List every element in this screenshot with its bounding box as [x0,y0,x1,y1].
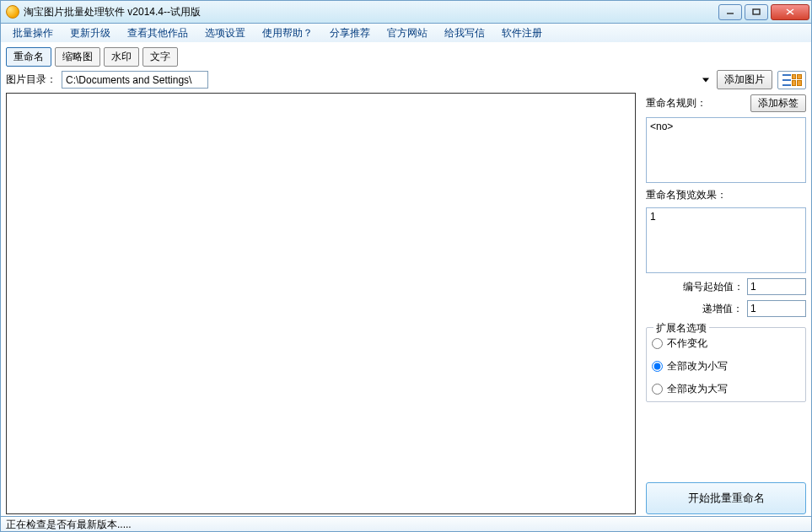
menu-other-works[interactable]: 查看其他作品 [119,24,196,42]
rename-rules-label: 重命名规则： [646,96,707,110]
extension-option-legend: 扩展名选项 [653,321,709,336]
rename-preview-label: 重命名预览效果： [646,188,806,202]
tab-rename[interactable]: 重命名 [6,47,51,67]
radio-uppercase[interactable]: 全部改为大写 [652,382,800,396]
rename-rule-textarea[interactable]: <no> [646,117,806,183]
start-batch-rename-button[interactable]: 开始批量重命名 [646,482,806,514]
view-toggle-button[interactable] [777,71,806,89]
start-value-input[interactable] [747,278,806,295]
menubar: 批量操作 更新升级 查看其他作品 选项设置 使用帮助？ 分享推荐 官方网站 给我… [0,24,812,42]
minimize-button[interactable] [718,4,742,20]
start-value-label: 编号起始值： [683,280,744,294]
app-icon [6,5,19,19]
status-bar: 正在检查是否有最新版本..... [0,517,812,532]
tab-text[interactable]: 文字 [143,47,178,67]
rename-preview-box: 1 [646,207,806,273]
menu-update[interactable]: 更新升级 [62,24,119,42]
increment-input[interactable] [747,300,806,317]
svg-rect-1 [753,9,760,14]
image-list-area[interactable] [6,93,636,514]
close-button[interactable] [771,4,809,20]
tabs: 重命名 缩略图 水印 文字 [6,47,806,67]
grid-view-icon [792,74,802,86]
radio-lowercase[interactable]: 全部改为小写 [652,359,800,373]
menu-register[interactable]: 软件注册 [493,24,551,42]
add-image-button[interactable]: 添加图片 [717,70,772,89]
path-label: 图片目录： [6,73,56,87]
radio-no-change[interactable]: 不作变化 [652,336,800,351]
window-title: 淘宝图片批量处理软件 v2014.4--试用版 [24,5,718,19]
menu-help[interactable]: 使用帮助？ [254,24,321,42]
add-tag-button[interactable]: 添加标签 [750,94,806,112]
menu-contact[interactable]: 给我写信 [436,24,493,42]
titlebar[interactable]: 淘宝图片批量处理软件 v2014.4--试用版 [0,0,812,24]
menu-batch[interactable]: 批量操作 [4,24,62,42]
menu-options[interactable]: 选项设置 [196,24,254,42]
tab-thumbnail[interactable]: 缩略图 [55,47,100,67]
rename-side-panel: 重命名规则： 添加标签 <no> 重命名预览效果： 1 编号起始值： 递增值： … [646,93,806,514]
tab-watermark[interactable]: 水印 [104,47,139,67]
list-view-icon [782,74,791,86]
menu-share[interactable]: 分享推荐 [321,24,379,42]
maximize-button[interactable] [745,4,768,20]
increment-label: 递增值： [702,302,743,316]
path-input[interactable] [62,71,208,89]
menu-website[interactable]: 官方网站 [379,24,436,42]
dropdown-icon[interactable] [702,78,709,82]
